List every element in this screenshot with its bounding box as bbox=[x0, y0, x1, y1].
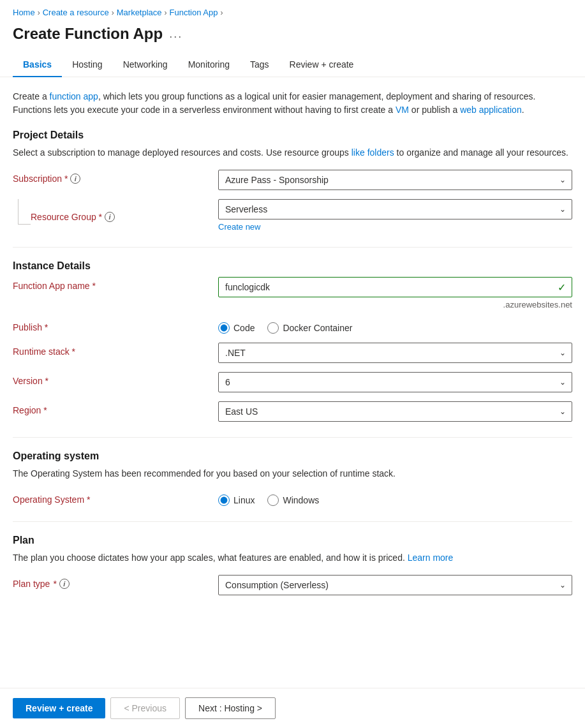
breadcrumb: Home › Create a resource › Marketplace ›… bbox=[0, 0, 585, 22]
tab-networking[interactable]: Networking bbox=[113, 53, 178, 77]
region-label-col: Region * bbox=[13, 401, 211, 415]
project-details-desc: Select a subscription to manage deployed… bbox=[13, 146, 572, 160]
operating-system-label-col: Operating System * bbox=[13, 491, 211, 505]
plan-type-label: Plan type bbox=[13, 579, 50, 589]
os-windows-option[interactable]: Windows bbox=[267, 494, 319, 506]
version-row: Version * 6 ⌄ bbox=[13, 372, 572, 392]
description-text: Create a function app, which lets you gr… bbox=[13, 90, 572, 117]
os-radio-group: Linux Windows bbox=[218, 491, 572, 506]
function-app-name-label: Function App name * bbox=[13, 281, 96, 291]
web-application-link[interactable]: web application bbox=[460, 105, 522, 115]
function-app-link[interactable]: function app bbox=[50, 91, 98, 101]
plan-desc: The plan you choose dictates how your ap… bbox=[13, 551, 572, 565]
divider-2 bbox=[13, 437, 572, 438]
region-label: Region * bbox=[13, 405, 47, 415]
os-linux-option[interactable]: Linux bbox=[218, 494, 255, 506]
publish-docker-option[interactable]: Docker Container bbox=[267, 322, 352, 334]
plan-type-dropdown-wrapper: Consumption (Serverless) ⌄ bbox=[218, 575, 572, 595]
publish-control: Code Docker Container bbox=[218, 318, 572, 334]
vm-link[interactable]: VM bbox=[396, 105, 409, 115]
resource-group-dropdown[interactable]: Serverless bbox=[218, 199, 572, 219]
os-linux-radio[interactable] bbox=[218, 494, 230, 506]
resource-group-control: Serverless ⌄ Create new bbox=[218, 199, 572, 232]
subscription-dropdown-wrapper: Azure Pass - Sponsorship ⌄ bbox=[218, 170, 572, 190]
subscription-label: Subscription * bbox=[13, 174, 68, 184]
tab-tags[interactable]: Tags bbox=[240, 53, 279, 77]
function-app-name-suffix: .azurewebsites.net bbox=[218, 300, 572, 309]
publish-label: Publish * bbox=[13, 322, 48, 332]
publish-code-label: Code bbox=[233, 323, 255, 333]
tabs-nav: Basics Hosting Networking Monitoring Tag… bbox=[0, 53, 585, 77]
publish-code-option[interactable]: Code bbox=[218, 322, 255, 334]
next-hosting-button[interactable]: Next : Hosting > bbox=[185, 697, 276, 719]
bottom-bar: Review + create < Previous Next : Hostin… bbox=[0, 688, 585, 728]
breadcrumb-sep-3: › bbox=[165, 8, 167, 17]
subscription-control: Azure Pass - Sponsorship ⌄ bbox=[218, 170, 572, 190]
page-title: Create Function App bbox=[13, 25, 163, 43]
breadcrumb-home[interactable]: Home bbox=[13, 8, 35, 17]
function-app-name-input-wrap: ✓ bbox=[218, 277, 572, 297]
previous-button[interactable]: < Previous bbox=[110, 697, 180, 719]
version-label-col: Version * bbox=[13, 372, 211, 386]
publish-docker-radio[interactable] bbox=[267, 322, 279, 334]
subscription-info-icon[interactable]: i bbox=[70, 174, 80, 184]
plan-type-row: Plan type * i Consumption (Serverless) ⌄ bbox=[13, 575, 572, 595]
breadcrumb-sep-1: › bbox=[38, 8, 40, 17]
plan-learn-more-link[interactable]: Learn more bbox=[408, 553, 454, 563]
operating-system-section: Operating system The Operating System ha… bbox=[13, 450, 572, 506]
operating-system-row: Operating System * Linux Windows bbox=[13, 491, 572, 506]
publish-label-col: Publish * bbox=[13, 318, 211, 332]
resource-group-label-wrap: Resource Group * i bbox=[31, 199, 115, 222]
page-title-ellipsis: ... bbox=[169, 27, 182, 41]
publish-radio-group: Code Docker Container bbox=[218, 318, 572, 334]
resource-group-row: Resource Group * i Serverless ⌄ Create n… bbox=[13, 199, 572, 232]
publish-code-radio[interactable] bbox=[218, 322, 230, 334]
breadcrumb-sep-2: › bbox=[112, 8, 114, 17]
breadcrumb-create-resource[interactable]: Create a resource bbox=[43, 8, 109, 17]
version-control: 6 ⌄ bbox=[218, 372, 572, 392]
divider-3 bbox=[13, 521, 572, 522]
tab-hosting[interactable]: Hosting bbox=[62, 53, 112, 77]
breadcrumb-function-app[interactable]: Function App bbox=[170, 8, 218, 17]
project-details-title: Project Details bbox=[13, 130, 572, 141]
publish-row: Publish * Code Docker Container bbox=[13, 318, 572, 334]
os-linux-label: Linux bbox=[233, 495, 255, 505]
create-new-resource-group-link[interactable]: Create new bbox=[218, 222, 260, 232]
region-control: East US ⌄ bbox=[218, 401, 572, 422]
os-windows-radio[interactable] bbox=[267, 494, 279, 506]
indent-line-col: Resource Group * i bbox=[13, 199, 211, 225]
tab-monitoring[interactable]: Monitoring bbox=[178, 53, 240, 77]
function-app-name-label-col: Function App name * bbox=[13, 277, 211, 291]
subscription-label-col: Subscription * i bbox=[13, 170, 211, 184]
resource-group-label: Resource Group * bbox=[31, 212, 102, 222]
operating-system-title: Operating system bbox=[13, 450, 572, 462]
operating-system-label: Operating System * bbox=[13, 494, 90, 505]
version-label: Version * bbox=[13, 376, 48, 386]
main-content: Create a function app, which lets you gr… bbox=[0, 77, 585, 674]
breadcrumb-marketplace[interactable]: Marketplace bbox=[117, 8, 162, 17]
tab-review-create[interactable]: Review + create bbox=[279, 53, 364, 77]
function-app-name-valid-icon: ✓ bbox=[558, 281, 566, 293]
plan-section: Plan The plan you choose dictates how yo… bbox=[13, 535, 572, 595]
plan-type-info-icon[interactable]: i bbox=[59, 579, 70, 589]
version-dropdown-wrapper: 6 ⌄ bbox=[218, 372, 572, 392]
indent-line bbox=[18, 199, 31, 225]
tab-basics[interactable]: Basics bbox=[13, 53, 62, 77]
runtime-stack-dropdown[interactable]: .NET bbox=[218, 343, 572, 363]
divider-1 bbox=[13, 247, 572, 248]
plan-type-dropdown[interactable]: Consumption (Serverless) bbox=[218, 575, 572, 595]
function-app-name-input[interactable] bbox=[218, 277, 572, 297]
publish-docker-label: Docker Container bbox=[283, 323, 352, 333]
runtime-stack-row: Runtime stack * .NET ⌄ bbox=[13, 343, 572, 363]
runtime-stack-dropdown-wrapper: .NET ⌄ bbox=[218, 343, 572, 363]
plan-type-control: Consumption (Serverless) ⌄ bbox=[218, 575, 572, 595]
subscription-dropdown[interactable]: Azure Pass - Sponsorship bbox=[218, 170, 572, 190]
region-dropdown[interactable]: East US bbox=[218, 401, 572, 422]
version-dropdown[interactable]: 6 bbox=[218, 372, 572, 392]
instance-details-title: Instance Details bbox=[13, 260, 572, 272]
operating-system-control: Linux Windows bbox=[218, 491, 572, 506]
resource-group-info-icon[interactable]: i bbox=[105, 212, 115, 222]
review-create-button[interactable]: Review + create bbox=[13, 698, 105, 718]
like-folders-link[interactable]: like folders bbox=[352, 147, 394, 158]
region-dropdown-wrapper: East US ⌄ bbox=[218, 401, 572, 422]
